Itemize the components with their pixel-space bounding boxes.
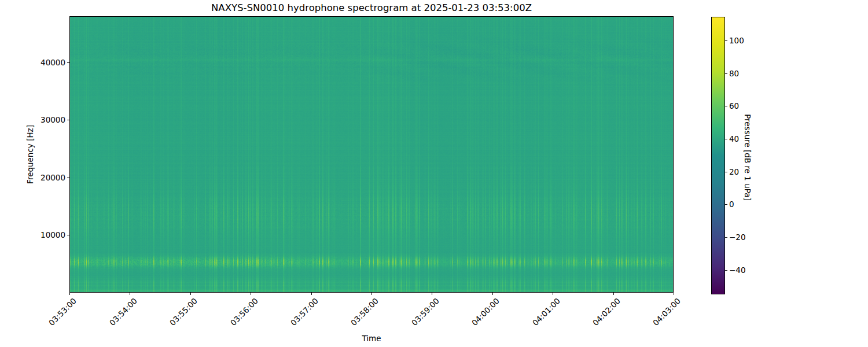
x-tick-mark bbox=[251, 293, 251, 295]
y-tick-label: 40000 bbox=[41, 58, 65, 67]
x-tick-label: 04:01:00 bbox=[530, 296, 561, 327]
x-tick-label: 03:57:00 bbox=[289, 296, 320, 327]
y-tick-label: 20000 bbox=[41, 173, 65, 182]
x-tick-label: 03:55:00 bbox=[168, 296, 199, 327]
x-tick-mark bbox=[432, 293, 432, 295]
colorbar-tick-label: −20 bbox=[729, 232, 746, 242]
x-tick-label: 03:53:00 bbox=[47, 296, 78, 327]
y-tick-label: 30000 bbox=[41, 115, 65, 124]
x-tick-label: 04:00:00 bbox=[470, 296, 501, 327]
x-tick-label: 04:02:00 bbox=[591, 296, 622, 327]
colorbar-tick-label: 40 bbox=[729, 134, 739, 143]
x-tick-mark bbox=[190, 293, 191, 295]
colorbar-tick-label: 60 bbox=[729, 101, 739, 110]
x-tick-label: 03:59:00 bbox=[410, 296, 441, 327]
x-tick-mark bbox=[69, 293, 70, 295]
colorbar-tick-mark bbox=[725, 237, 727, 238]
colorbar-tick-label: 80 bbox=[729, 69, 739, 78]
x-tick-mark bbox=[130, 293, 130, 295]
x-tick-label: 03:54:00 bbox=[108, 296, 139, 327]
colorbar-tick-label: 20 bbox=[729, 167, 739, 176]
x-axis-label: Time bbox=[69, 334, 674, 343]
y-tick-mark bbox=[67, 120, 69, 120]
colorbar-tick-mark bbox=[725, 73, 727, 74]
y-tick-mark bbox=[67, 178, 69, 178]
y-tick-label: 10000 bbox=[41, 230, 65, 239]
x-tick-mark bbox=[492, 293, 493, 295]
x-tick-mark bbox=[372, 293, 372, 295]
x-tick-mark bbox=[674, 293, 674, 295]
colorbar-tick-mark bbox=[725, 139, 727, 139]
spectrogram-heatmap bbox=[69, 16, 674, 293]
x-tick-mark bbox=[613, 293, 614, 295]
spectrogram-figure: NAXYS-SN0010 hydrophone spectrogram at 2… bbox=[0, 0, 868, 347]
chart-title: NAXYS-SN0010 hydrophone spectrogram at 2… bbox=[69, 2, 674, 14]
y-axis-label: Frequency [Hz] bbox=[25, 125, 35, 184]
colorbar-tick-mark bbox=[725, 204, 727, 205]
colorbar-tick-mark bbox=[725, 172, 727, 172]
x-tick-label: 04:03:00 bbox=[651, 296, 682, 327]
x-tick-label: 03:58:00 bbox=[349, 296, 380, 327]
colorbar-label: Pressure [dB re 1 uPa] bbox=[743, 114, 752, 201]
x-tick-label: 03:56:00 bbox=[228, 296, 259, 327]
colorbar-tick-mark bbox=[725, 270, 727, 271]
colorbar-tick-label: −40 bbox=[729, 265, 746, 275]
colorbar-gradient bbox=[711, 17, 725, 294]
colorbar-tick-label: 0 bbox=[729, 200, 734, 209]
y-tick-mark bbox=[67, 235, 69, 235]
colorbar-tick-mark bbox=[725, 106, 727, 106]
x-tick-mark bbox=[311, 293, 312, 295]
x-tick-mark bbox=[553, 293, 553, 295]
colorbar-tick-label: 100 bbox=[729, 36, 744, 45]
y-tick-mark bbox=[67, 62, 69, 63]
colorbar-tick-mark bbox=[725, 40, 727, 41]
